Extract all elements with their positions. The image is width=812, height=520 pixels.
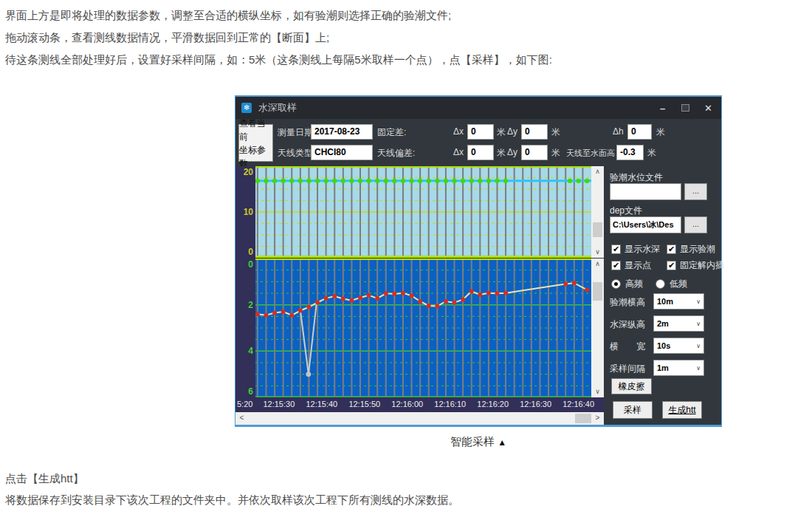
depth-panel-plot[interactable] xyxy=(255,259,591,397)
radio-icon[interactable] xyxy=(656,279,665,289)
y-tick-label: 6 xyxy=(237,386,253,397)
select-value: 1m xyxy=(654,363,696,372)
meter-label: 米 xyxy=(551,126,560,139)
x-tick-label: 12:16:10 xyxy=(434,400,466,408)
scroll-left-icon[interactable]: < xyxy=(235,412,248,425)
maximize-button[interactable] xyxy=(674,97,697,119)
radio-icon[interactable] xyxy=(611,279,621,289)
y-tick-label: 2 xyxy=(237,300,253,310)
checkbox-icon[interactable]: ✔ xyxy=(667,244,676,254)
scroll-up-icon[interactable]: ∧ xyxy=(591,259,604,270)
meter-label: 米 xyxy=(551,147,560,160)
scroll-up-icon[interactable]: ∧ xyxy=(591,166,604,177)
horizontal-scrollbar[interactable]: < > xyxy=(235,412,604,425)
checkbox-show-depth[interactable]: ✔显示水深 xyxy=(611,243,660,256)
select-depth-scale[interactable]: 2m∨ xyxy=(653,315,704,332)
water-height-input[interactable]: -0.3 xyxy=(616,145,644,160)
chevron-down-icon[interactable]: ∨ xyxy=(696,365,701,372)
dh-input[interactable]: 0 xyxy=(627,124,652,140)
checkbox-icon[interactable]: ✔ xyxy=(611,244,621,254)
minimize-button[interactable]: – xyxy=(651,97,674,119)
dx-label: Δx xyxy=(453,147,464,157)
scrollbar-thumb[interactable] xyxy=(593,222,602,237)
tide-panel-scrollbar[interactable]: ∧ ∨ xyxy=(591,166,604,258)
scroll-down-icon[interactable]: ∨ xyxy=(591,386,604,397)
date-label: 测量日期 xyxy=(278,126,313,139)
eraser-button[interactable]: 橡皮擦 xyxy=(611,378,652,394)
antenna-type-input[interactable]: CHCI80 xyxy=(311,145,373,160)
fixed-diff-label: 固定差: xyxy=(377,126,406,139)
tide-panel-plot[interactable] xyxy=(255,166,591,258)
select-sample-interval[interactable]: 1m∨ xyxy=(653,360,704,376)
collapse-arrow-icon[interactable]: ▲ xyxy=(498,437,506,448)
snowflake-icon: ❄ xyxy=(241,103,252,113)
x-tick-label: 12:16:00 xyxy=(391,400,423,408)
dh-label: Δh xyxy=(613,126,624,137)
select-tide-height[interactable]: 10m∨ xyxy=(653,293,704,309)
antenna-type-label: 天线类型 xyxy=(278,147,313,160)
checkbox-icon[interactable]: ✔ xyxy=(611,261,621,270)
radio-label: 低频 xyxy=(670,278,687,290)
offset-dx-input[interactable]: 0 xyxy=(467,145,494,160)
checkbox-fixed-interp[interactable]: ✔固定解内插 xyxy=(667,259,724,272)
dep-file-input[interactable]: C:\Users\冰\Des xyxy=(610,216,681,233)
select-value: 10s xyxy=(654,341,696,350)
intro-line: 待这条测线全部处理好后，设置好采样间隔，如：5米（这条测线上每隔5米取样一个点）… xyxy=(5,49,552,71)
select-time-width-label: 横 宽 xyxy=(610,341,645,353)
scrollbar-thumb[interactable] xyxy=(575,414,591,423)
date-input[interactable]: 2017-08-23 xyxy=(311,124,373,140)
x-tick-label: 12:16:30 xyxy=(520,400,551,408)
antenna-offset-label: 天线偏差: xyxy=(377,147,415,160)
y-tick-label: 0 xyxy=(237,259,253,270)
select-time-width[interactable]: 10s∨ xyxy=(653,338,704,354)
checkbox-icon[interactable]: ✔ xyxy=(667,261,676,270)
generate-htt-button[interactable]: 生成htt xyxy=(662,401,702,419)
fixed-dx-input[interactable]: 0 xyxy=(467,124,494,140)
x-tick-label: 12:15:40 xyxy=(306,400,337,408)
water-height-label: 天线至水面高 xyxy=(566,148,615,159)
intro-line: 拖动滚动条，查看测线数据情况，平滑数据回到正常的【断面】上; xyxy=(5,27,552,49)
radio-low-freq[interactable]: 低频 xyxy=(656,278,687,290)
x-tick-label: 12:15:50 xyxy=(348,400,380,408)
sample-button[interactable]: 采样 xyxy=(613,401,653,419)
checkbox-show-points[interactable]: ✔显示点 xyxy=(611,259,651,272)
dx-label: Δx xyxy=(453,126,464,137)
chevron-down-icon[interactable]: ∨ xyxy=(696,298,701,305)
time-axis-strip: 5:2012:15:3012:15:4012:15:5012:16:0012:1… xyxy=(235,397,604,412)
tide-file-input[interactable] xyxy=(610,183,681,200)
control-sidebar: 验潮水位文件 ... dep文件 C:\Users\冰\Des ... ✔显示水… xyxy=(604,166,721,425)
dy-label: Δy xyxy=(507,126,517,137)
chevron-down-icon[interactable]: ∨ xyxy=(696,343,701,349)
chevron-down-icon[interactable]: ∨ xyxy=(696,321,701,327)
meter-label: 米 xyxy=(656,126,665,139)
close-button[interactable]: ✕ xyxy=(697,97,720,119)
tide-file-browse-button[interactable]: ... xyxy=(684,183,707,200)
depth-panel-scrollbar[interactable]: ∧ ∨ xyxy=(591,259,604,397)
fixed-dy-input[interactable]: 0 xyxy=(521,124,548,140)
radio-label: 高频 xyxy=(625,278,643,290)
x-tick-label: 12:15:30 xyxy=(263,400,295,408)
dep-file-label: dep文件 xyxy=(610,205,642,217)
meter-label: 米 xyxy=(497,126,506,139)
footer-line: 将数据保存到安装目录下该次工程的文件夹中。并依次取样该次工程下所有测线的水深数据… xyxy=(5,489,459,510)
view-coords-button[interactable]: 查看当前 坐标参数 xyxy=(238,124,273,162)
select-value: 2m xyxy=(654,319,696,328)
meter-label: 米 xyxy=(647,147,656,160)
checkbox-label: 显示验潮 xyxy=(680,243,715,256)
checkbox-label: 固定解内插 xyxy=(680,259,724,272)
dy-label: Δy xyxy=(507,147,517,157)
scroll-down-icon[interactable]: ∨ xyxy=(591,247,604,258)
scrollbar-thumb[interactable] xyxy=(593,282,602,301)
y-tick-label: 4 xyxy=(237,346,253,356)
radio-high-freq[interactable]: 高频 xyxy=(611,278,643,290)
chart-area: 201000246 ∧ ∨ ∧ ∨ 5:2012:15:3012:15:4012… xyxy=(235,166,604,425)
checkbox-show-tide[interactable]: ✔显示验潮 xyxy=(667,243,715,256)
titlebar[interactable]: ❄ 水深取样 – ✕ xyxy=(235,97,721,119)
dep-file-browse-button[interactable]: ... xyxy=(684,216,707,233)
scroll-right-icon[interactable]: > xyxy=(591,412,604,425)
workspace: 201000246 ∧ ∨ ∧ ∨ 5:2012:15:3012:15:4012… xyxy=(235,166,721,425)
y-tick-label: 0 xyxy=(237,247,253,257)
meter-label: 米 xyxy=(497,147,506,160)
checkbox-label: 显示点 xyxy=(625,259,651,272)
offset-dy-input[interactable]: 0 xyxy=(521,145,548,160)
